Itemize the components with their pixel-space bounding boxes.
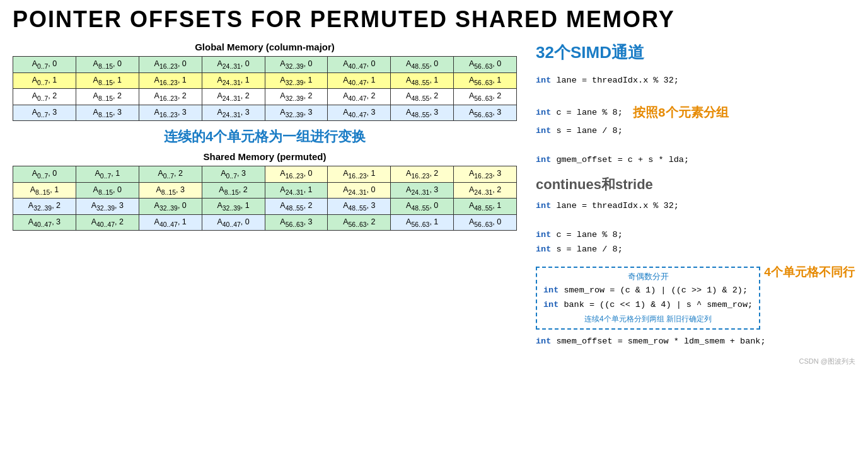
group-label: 按照8个元素分组 [633,103,729,124]
code-block-2: int lane = threadIdx.x % 32; int c = lan… [536,199,855,257]
cell: A16..23, 0 [139,57,202,73]
cell: A56..63, 2 [454,89,517,105]
table-row: A8..15, 1 A8..15, 0 A8..15, 3 A8..15, 2 … [13,182,517,199]
transform-label: 连续的4个单元格为一组进行变换 [13,127,517,146]
cell: A0..7, 0 [13,166,76,183]
cell: A0..7, 3 [202,166,265,183]
cell: A56..63, 0 [454,214,517,231]
table-row: A0..7, 2 A8..15, 2 A16..23, 2 A24..31, 2… [13,89,517,105]
cell: A48..55, 3 [328,199,391,215]
page-title: POINTER OFFSETS FOR PERMUTED SHARED MEMO… [13,6,855,33]
cell: A40..47, 2 [76,214,139,231]
cell: A32..39, 2 [13,199,76,215]
cell: A8..15, 3 [76,105,139,121]
cell: A24..31, 3 [202,105,265,121]
code-block-3: int smem_row = (c & 1) | ((c >> 1) & 2);… [543,284,753,313]
cell: A16..23, 2 [391,166,454,183]
cell: A24..31, 1 [202,72,265,89]
continues-title: continues和stride [536,175,855,194]
cell: A0..7, 0 [13,57,76,73]
odd-even-label: 奇偶数分开 [543,272,753,282]
cell: A56..63, 0 [454,57,517,73]
cell: A8..15, 1 [13,182,76,199]
cell: A48..55, 3 [391,105,454,121]
cell: A0..7, 1 [76,166,139,183]
cell: A0..7, 2 [13,89,76,105]
right-column: 32个SIMD通道 int lane = threadIdx.x % 32; i… [529,42,855,366]
cell: A40..47, 3 [13,214,76,231]
code-block-1: int lane = threadIdx.x % 32; int c = lan… [536,74,855,168]
cell: A24..31, 2 [454,182,517,199]
table-row: A0..7, 0 A8..15, 0 A16..23, 0 A24..31, 0… [13,57,517,73]
watermark: CSDN @图波列夫 [536,357,855,366]
cell: A16..23, 0 [265,166,328,183]
cell: A32..39, 2 [265,89,328,105]
cell: A56..63, 2 [328,214,391,231]
cell: A16..23, 1 [328,166,391,183]
table-row: A0..7, 3 A8..15, 3 A16..23, 3 A24..31, 3… [13,105,517,121]
cell: A32..39, 0 [265,57,328,73]
cell: A8..15, 3 [139,182,202,199]
cell: A8..15, 2 [76,89,139,105]
four-elem-diff-row-label: 4个单元格不同行 [764,264,855,280]
cell: A40..47, 3 [328,105,391,121]
table-row: A0..7, 0 A0..7, 1 A0..7, 2 A0..7, 3 A16.… [13,166,517,183]
shared-memory-label: Shared Memory (permuted) [13,151,517,162]
cell: A32..39, 0 [139,199,202,215]
cell: A56..63, 1 [391,214,454,231]
cell: A48..55, 0 [391,199,454,215]
table-row: A32..39, 2 A32..39, 3 A32..39, 0 A32..39… [13,199,517,215]
cell: A48..55, 1 [391,72,454,89]
cell: A0..7, 2 [139,166,202,183]
cell: A8..15, 1 [76,72,139,89]
cell: A40..47, 0 [202,214,265,231]
cell: A24..31, 3 [391,182,454,199]
global-memory-table: A0..7, 0 A8..15, 0 A16..23, 0 A24..31, 0… [13,56,517,121]
cell: A40..47, 1 [328,72,391,89]
cell: A16..23, 2 [139,89,202,105]
dashed-code-box: 奇偶数分开 int smem_row = (c & 1) | ((c >> 1)… [536,267,760,330]
cell: A32..39, 1 [265,72,328,89]
left-column: Global Memory (column-major) A0..7, 0 A8… [13,42,517,233]
table-row: A40..47, 3 A40..47, 2 A40..47, 1 A40..47… [13,214,517,231]
cell: A40..47, 1 [139,214,202,231]
cell: A24..31, 1 [265,182,328,199]
bottom-label: 连续4个单元格分到两组 新旧行确定列 [543,314,753,325]
code-block-4: int smem_offset = smem_row * ldm_smem + … [536,335,855,349]
cell: A56..63, 3 [454,105,517,121]
cell: A32..39, 3 [265,105,328,121]
cell: A48..55, 1 [454,199,517,215]
cell: A8..15, 2 [202,182,265,199]
cell: A40..47, 0 [328,57,391,73]
cell: A32..39, 3 [76,199,139,215]
shared-memory-table: A0..7, 0 A0..7, 1 A0..7, 2 A0..7, 3 A16.… [13,166,517,231]
cell: A8..15, 0 [76,57,139,73]
cell: A56..63, 3 [265,214,328,231]
cell: A24..31, 2 [202,89,265,105]
cell: A24..31, 0 [328,182,391,199]
table-row: A0..7, 1 A8..15, 1 A16..23, 1 A24..31, 1… [13,72,517,89]
cell: A48..55, 2 [391,89,454,105]
cell: A16..23, 3 [454,166,517,183]
simd-title: 32个SIMD通道 [536,42,644,64]
cell: A48..55, 2 [265,199,328,215]
cell: A24..31, 0 [202,57,265,73]
cell: A32..39, 1 [202,199,265,215]
global-memory-label: Global Memory (column-major) [13,42,517,52]
cell: A40..47, 2 [328,89,391,105]
cell: A0..7, 3 [13,105,76,121]
cell: A48..55, 0 [391,57,454,73]
cell: A0..7, 1 [13,72,76,89]
cell: A56..63, 1 [454,72,517,89]
cell: A16..23, 1 [139,72,202,89]
cell: A8..15, 0 [76,182,139,199]
cell: A16..23, 3 [139,105,202,121]
